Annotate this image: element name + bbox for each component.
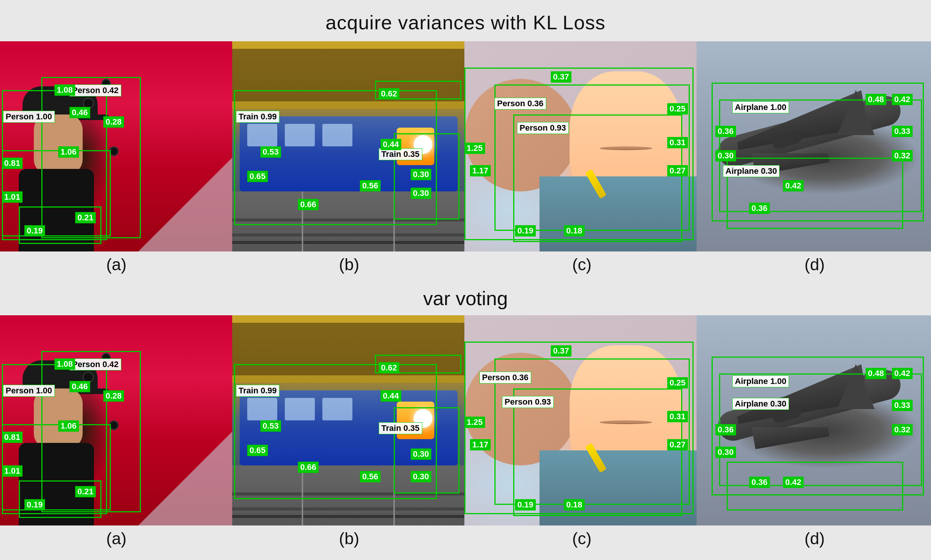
val-106: 1.06 <box>58 146 79 158</box>
val-r2-056: 0.56 <box>360 471 381 482</box>
val-r2-046: 0.46 <box>69 381 90 392</box>
val-r2-117: 1.17 <box>470 439 491 451</box>
val-r2-048: 0.48 <box>866 368 886 379</box>
caption-b2: (b) <box>233 529 466 548</box>
val-r2-018: 0.18 <box>564 499 585 511</box>
label-r2-person042: Person 0.42 <box>69 358 121 371</box>
cell-r1-person: Person 1.00 Person 0.42 1.08 0.46 0.28 0… <box>0 41 232 251</box>
val-031a: 0.31 <box>667 137 688 148</box>
label-airplane030a: Airplane 0.30 <box>723 165 780 177</box>
label-person042: Person 0.42 <box>69 85 121 97</box>
val-r2-031: 0.31 <box>667 411 688 422</box>
caption-a1: (a) <box>0 255 233 274</box>
val-053: 0.53 <box>260 146 281 158</box>
val-048a: 0.48 <box>866 94 886 105</box>
cell-r2-airplane: Airplane 1.00 Airplane 0.30 0.48 0.42 0.… <box>696 315 931 525</box>
page-container: acquire variances with KL Loss <box>0 0 931 560</box>
label-r2-train099: Train 0.99 <box>236 385 279 397</box>
val-056: 0.56 <box>360 180 381 191</box>
label-person100: Person 1.00 <box>3 111 55 123</box>
caption-c2: (c) <box>465 529 698 548</box>
val-r2-065: 0.65 <box>247 445 268 456</box>
label-r2-airplane100: Airplane 1.00 <box>732 375 789 387</box>
val-030a: 0.30 <box>411 169 431 180</box>
val-r2-108: 1.08 <box>54 358 75 370</box>
val-r2-030c: 0.30 <box>715 447 736 458</box>
val-117a: 1.17 <box>470 165 491 176</box>
page-title: acquire variances with KL Loss <box>0 0 931 41</box>
val-r2-036b: 0.36 <box>749 477 770 488</box>
row2-title: var voting <box>0 280 931 315</box>
cell-r1-baby: Person 0.36 Person 0.93 0.37 0.25 1.25 0… <box>465 41 696 251</box>
label-person036: Person 0.36 <box>494 98 546 109</box>
caption-c1: (c) <box>465 255 698 274</box>
label-train099: Train 0.99 <box>236 111 279 123</box>
val-042b: 0.42 <box>783 180 804 191</box>
val-r2-106: 1.06 <box>58 420 79 432</box>
val-032a: 0.32 <box>892 150 912 162</box>
label-r2-person093: Person 0.93 <box>502 396 554 408</box>
caption-row-1: (a) (b) (c) (d) <box>0 251 931 280</box>
label-r2-airplane030: Airplane 0.30 <box>732 398 789 410</box>
val-030b: 0.30 <box>411 188 431 199</box>
cell-r1-airplane: Airplane 1.00 Airplane 0.30 0.48 0.42 0.… <box>696 41 931 251</box>
val-r2-032: 0.32 <box>892 424 912 435</box>
val-r2-036a: 0.36 <box>715 424 736 435</box>
val-062a: 0.62 <box>379 88 399 100</box>
val-066: 0.66 <box>298 199 319 210</box>
val-036b: 0.36 <box>749 203 770 214</box>
val-r2-053: 0.53 <box>260 420 281 432</box>
val-r2-027: 0.27 <box>667 439 688 451</box>
cell-r2-baby: Person 0.36 Person 0.93 0.37 0.25 1.25 0… <box>465 315 696 525</box>
label-airplane100a: Airplane 1.00 <box>732 102 789 113</box>
val-125a: 1.25 <box>465 143 485 154</box>
val-r2-101: 1.01 <box>2 465 23 477</box>
val-027a: 0.27 <box>667 165 688 176</box>
label-person093a: Person 0.93 <box>517 122 569 134</box>
val-r2-030a: 0.30 <box>411 449 431 460</box>
val-030c: 0.30 <box>715 150 736 162</box>
val-r2-081: 0.81 <box>2 432 23 443</box>
cell-r1-train: Train 0.99 Train 0.35 0.62 0.53 0.44 0.6… <box>232 41 465 251</box>
val-r2-025: 0.25 <box>667 377 688 388</box>
caption-a2: (a) <box>0 529 233 548</box>
val-021: 0.21 <box>75 212 96 223</box>
cell-r2-person: Person 1.00 Person 0.42 1.08 0.46 0.28 0… <box>0 315 232 525</box>
val-081: 0.81 <box>2 158 23 169</box>
val-r2-044: 0.44 <box>381 390 401 402</box>
val-036a: 0.36 <box>715 126 736 137</box>
val-037a: 0.37 <box>551 71 571 83</box>
caption-d2: (d) <box>698 529 931 548</box>
val-r2-125: 1.25 <box>465 417 485 428</box>
val-r2-037: 0.37 <box>551 345 571 357</box>
val-033a: 0.33 <box>892 126 912 137</box>
val-r2-028: 0.28 <box>103 390 124 402</box>
val-r2-033: 0.33 <box>892 400 912 411</box>
val-r2-042a: 0.42 <box>892 368 912 379</box>
label-r2-person036: Person 0.36 <box>479 372 531 384</box>
val-065a: 0.65 <box>247 171 268 182</box>
label-r2-person100: Person 1.00 <box>3 385 55 397</box>
val-108: 1.08 <box>54 85 75 96</box>
cell-r2-train: Train 0.99 Train 0.35 0.62 0.44 0.53 0.6… <box>232 315 465 525</box>
val-042a: 0.42 <box>892 94 912 105</box>
val-r2-066: 0.66 <box>298 462 319 473</box>
caption-b1: (b) <box>233 255 466 274</box>
val-r2-062: 0.62 <box>379 362 399 374</box>
val-018a: 0.18 <box>564 225 585 237</box>
val-r2-021: 0.21 <box>75 486 96 497</box>
val-r2-019b: 0.19 <box>515 499 536 511</box>
val-019a: 0.19 <box>25 225 45 237</box>
val-019b: 0.19 <box>515 225 536 237</box>
val-046: 0.46 <box>69 107 90 118</box>
caption-row-2: (a) (b) (c) (d) <box>0 525 931 554</box>
val-101: 1.01 <box>2 191 23 203</box>
val-044: 0.44 <box>381 139 401 150</box>
caption-d1: (d) <box>698 255 931 274</box>
row1-images: Person 1.00 Person 0.42 1.08 0.46 0.28 0… <box>0 41 931 251</box>
val-r2-030b: 0.30 <box>411 471 431 482</box>
val-028: 0.28 <box>103 116 124 128</box>
label-r2-train035: Train 0.35 <box>379 422 422 434</box>
val-025a: 0.25 <box>667 103 688 114</box>
val-r2-042b: 0.42 <box>783 477 804 488</box>
